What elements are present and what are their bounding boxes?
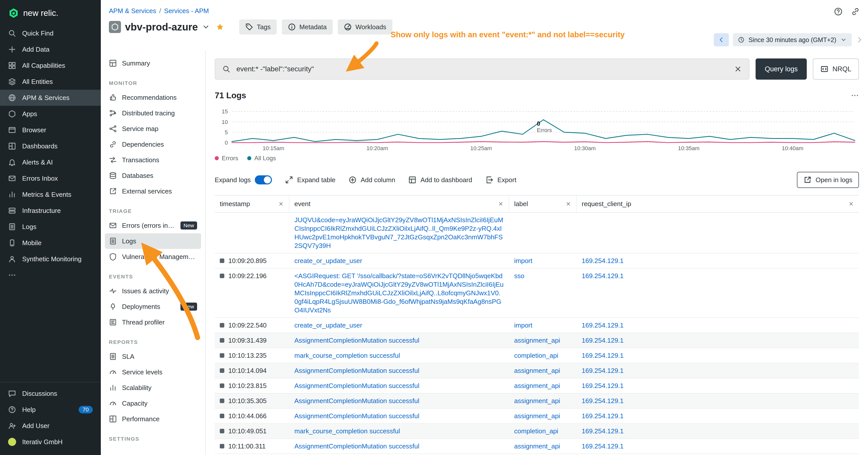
log-event-link[interactable]: <ASGIRequest: GET '/sso/callback/?state=…	[294, 272, 503, 314]
log-row[interactable]: 10:09:22.196 <ASGIRequest: GET '/sso/cal…	[215, 268, 859, 318]
subnav-item-scalability[interactable]: Scalability	[105, 380, 201, 395]
log-row[interactable]: 10:09:22.540 create_or_update_user impor…	[215, 318, 859, 333]
expand-logs-toggle[interactable]	[255, 175, 272, 185]
subnav-item-service-levels[interactable]: Service levels	[105, 364, 201, 380]
log-label-link[interactable]: assignment_api	[514, 336, 560, 344]
log-ip-link[interactable]: 169.254.129.1	[582, 367, 623, 375]
column-header-timestamp[interactable]: timestamp	[215, 195, 289, 212]
nrql-button[interactable]: NRQL	[813, 59, 859, 79]
log-event-link[interactable]: mark_course_completion successful	[294, 427, 400, 435]
subnav-item-distributed-tracing[interactable]: Distributed tracing	[105, 105, 201, 121]
subnav-item-errors-errors-inb[interactable]: Errors (errors inb...New	[105, 218, 201, 233]
new-relic-logo[interactable]: new relic.	[0, 0, 101, 25]
log-event-link[interactable]: AssignmentCompletionMutation successful	[294, 336, 420, 344]
entity-switcher-caret-icon[interactable]	[202, 23, 210, 31]
log-label-link[interactable]: assignment_api	[514, 382, 560, 390]
query-logs-button[interactable]: Query logs	[755, 59, 807, 79]
sidebar-item-mobile[interactable]: Mobile	[0, 235, 101, 251]
subnav-item-issues-activity[interactable]: Issues & activity	[105, 283, 201, 299]
log-label-link[interactable]: sso	[514, 272, 524, 280]
time-back-button[interactable]	[714, 33, 729, 46]
column-header-event[interactable]: event	[289, 195, 509, 212]
sidebar-item-add-user[interactable]: Add User	[0, 418, 101, 434]
clear-search-icon[interactable]	[734, 65, 742, 73]
remove-column-timestamp-icon[interactable]	[278, 201, 284, 206]
log-label-link[interactable]: completion_api	[514, 427, 558, 435]
subnav-item-databases[interactable]: Databases	[105, 168, 201, 184]
subnav-item-external-services[interactable]: External services	[105, 184, 201, 199]
help-circle-icon[interactable]	[834, 7, 843, 16]
column-header-request-client-ip[interactable]: request_client_ip	[577, 195, 859, 212]
log-row[interactable]: 10:10:13.235 mark_course_completion succ…	[215, 348, 859, 363]
log-label-link[interactable]: assignment_api	[514, 443, 560, 450]
log-event-link[interactable]: AssignmentCompletionMutation successful	[294, 397, 420, 404]
log-event-link[interactable]: create_or_update_user	[294, 322, 362, 329]
log-ip-link[interactable]: 169.254.129.1	[582, 427, 623, 435]
legend-errors[interactable]: Errors	[215, 155, 238, 162]
remove-column-label-icon[interactable]	[565, 201, 571, 206]
log-event-link[interactable]: AssignmentCompletionMutation successful	[294, 382, 420, 390]
subnav-item-capacity[interactable]: Capacity	[105, 395, 201, 411]
log-row[interactable]: 10:09:20.895 create_or_update_user impor…	[215, 254, 859, 268]
legend-all-logs[interactable]: All Logs	[247, 155, 276, 162]
expand-table-button[interactable]: Expand table	[285, 176, 336, 184]
sidebar-item-browser[interactable]: Browser	[0, 122, 101, 138]
log-ip-link[interactable]: 169.254.129.1	[582, 257, 623, 264]
log-ip-link[interactable]: 169.254.129.1	[582, 322, 623, 329]
subnav-item-deployments[interactable]: DeploymentsNew	[105, 299, 201, 315]
subnav-item-thread-profiler[interactable]: Thread profiler	[105, 315, 201, 330]
log-ip-link[interactable]: 169.254.129.1	[582, 397, 623, 404]
log-ip-link[interactable]: 169.254.129.1	[582, 272, 623, 280]
add-column-button[interactable]: Add column	[348, 176, 395, 184]
log-label-link[interactable]: completion_api	[514, 352, 558, 359]
workloads-button[interactable]: Workloads	[338, 20, 392, 34]
sidebar-item-all-capabilities[interactable]: All Capabilities	[0, 58, 101, 73]
log-row[interactable]: 10:10:35.305 AssignmentCompletionMutatio…	[215, 393, 859, 409]
subnav-item-recommendations[interactable]: Recommendations	[105, 90, 201, 105]
logs-query-input[interactable]	[236, 65, 729, 73]
log-row[interactable]: 10:10:14.094 AssignmentCompletionMutatio…	[215, 363, 859, 379]
sidebar-item-discussions[interactable]: Discussions	[0, 386, 101, 401]
time-forward-icon[interactable]	[856, 36, 863, 43]
sidebar-item-dashboards[interactable]: Dashboards	[0, 138, 101, 154]
log-row[interactable]: 10:10:44.066 AssignmentCompletionMutatio…	[215, 409, 859, 424]
log-label-link[interactable]: import	[514, 322, 532, 329]
sidebar-item-quick-find[interactable]: Quick Find	[0, 25, 101, 41]
time-picker[interactable]: Since 30 minutes ago (GMT+2)	[733, 33, 852, 46]
subnav-item-transactions[interactable]: Transactions	[105, 152, 201, 168]
subnav-item-sla[interactable]: SLA	[105, 349, 201, 364]
sidebar-item-infrastructure[interactable]: Infrastructure	[0, 202, 101, 219]
remove-column-request-client-ip-icon[interactable]	[848, 201, 854, 206]
sidebar-item-help[interactable]: Help70	[0, 401, 101, 418]
logs-search-box[interactable]	[215, 59, 749, 79]
column-header-label[interactable]: label	[509, 195, 577, 212]
more-options-icon[interactable]	[851, 92, 859, 99]
add-to-dashboard-button[interactable]: Add to dashboard	[408, 176, 472, 184]
log-event-link[interactable]: mark_course_completion successful	[294, 352, 400, 359]
log-ip-link[interactable]: 169.254.129.1	[582, 336, 623, 344]
subnav-item-logs[interactable]: Logs	[105, 233, 201, 249]
log-row[interactable]: 10:09:31.439 AssignmentCompletionMutatio…	[215, 333, 859, 348]
open-in-logs-button[interactable]: Open in logs	[797, 172, 859, 188]
log-label-link[interactable]: import	[514, 257, 532, 264]
sidebar-item-dots[interactable]	[0, 267, 101, 283]
log-row[interactable]: 10:11:00.311 AssignmentCompletionMutatio…	[215, 439, 859, 454]
sidebar-item-apps[interactable]: Apps	[0, 106, 101, 122]
breadcrumb-apm-services[interactable]: APM & Services	[109, 7, 156, 14]
remove-column-event-icon[interactable]	[498, 201, 503, 206]
sidebar-item-errors-inbox[interactable]: Errors Inbox	[0, 170, 101, 187]
log-label-link[interactable]: assignment_api	[514, 412, 560, 420]
sidebar-item-apm-services[interactable]: APM & Services	[0, 90, 101, 106]
sidebar-item-all-entities[interactable]: All Entities	[0, 73, 101, 90]
subnav-item-summary[interactable]: Summary	[105, 56, 201, 71]
log-row[interactable]: 10:10:49.051 mark_course_completion succ…	[215, 424, 859, 439]
sidebar-item-synthetic-monitoring[interactable]: Synthetic Monitoring	[0, 251, 101, 267]
sidebar-item-metrics-events[interactable]: Metrics & Events	[0, 187, 101, 202]
log-event-link[interactable]: create_or_update_user	[294, 257, 362, 264]
log-row[interactable]: JUQVU&code=eyJraWQiOiJjcGltY29yZV8wOTl1M…	[215, 213, 859, 254]
sidebar-item-add-data[interactable]: Add Data	[0, 41, 101, 58]
log-event-link[interactable]: AssignmentCompletionMutation successful	[294, 443, 420, 450]
subnav-item-dependencies[interactable]: Dependencies	[105, 136, 201, 152]
log-label-link[interactable]: assignment_api	[514, 367, 560, 375]
breadcrumb-services-apm[interactable]: Services - APM	[164, 7, 209, 14]
